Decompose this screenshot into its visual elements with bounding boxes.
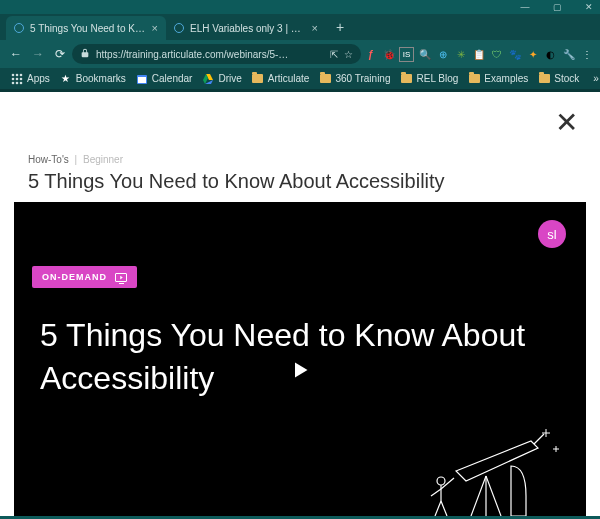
ext-icon[interactable]: ✦ — [525, 47, 540, 62]
folder-icon — [538, 73, 550, 85]
svg-point-18 — [437, 477, 445, 485]
svg-point-0 — [12, 73, 15, 76]
svg-rect-10 — [138, 77, 146, 83]
ext-icon[interactable]: 🔍 — [417, 47, 432, 62]
ext-icon[interactable]: 🔧 — [561, 47, 576, 62]
folder-icon — [252, 73, 264, 85]
tab-title: 5 Things You Need to Know Abo… — [30, 23, 146, 34]
bookmark-folder[interactable]: Articulate — [249, 73, 313, 85]
bookmark-label: Stock — [554, 73, 579, 84]
folder-icon — [400, 73, 412, 85]
bookmark-label: Examples — [484, 73, 528, 84]
breadcrumb-item[interactable]: How-To's — [28, 154, 69, 165]
svg-point-4 — [16, 77, 19, 80]
browser-menu-icon[interactable]: ⋮ — [579, 47, 594, 62]
favicon-icon — [174, 23, 184, 33]
os-title-bar: — ▢ ✕ — [0, 0, 600, 14]
bookmark-apps[interactable]: Apps — [8, 73, 53, 85]
breadcrumb: How-To's | Beginner — [28, 154, 123, 165]
svg-point-5 — [20, 77, 23, 80]
svg-line-14 — [534, 434, 544, 444]
ext-icon[interactable]: ƒ — [363, 47, 378, 62]
nav-reload-button[interactable]: ⟳ — [50, 44, 70, 64]
svg-point-7 — [16, 81, 19, 84]
video-title: 5 Things You Need to Know About Accessib… — [40, 314, 560, 400]
bookmark-folder[interactable]: 360 Training — [316, 73, 393, 85]
svg-point-8 — [20, 81, 23, 84]
page-content: ✕ How-To's | Beginner 5 Things You Need … — [0, 92, 600, 516]
os-minimize[interactable]: — — [518, 0, 532, 14]
share-icon[interactable]: ⇱ — [330, 49, 338, 60]
nav-forward-button[interactable]: → — [28, 44, 48, 64]
bookmark-folder[interactable]: Stock — [535, 73, 582, 85]
telescope-illustration — [416, 426, 566, 516]
drive-icon — [202, 73, 214, 85]
favicon-icon — [14, 23, 24, 33]
badge-label: ON-DEMAND — [42, 272, 107, 282]
ext-icon[interactable]: 📋 — [471, 47, 486, 62]
browser-tab-strip: 5 Things You Need to Know Abo… × ELH Var… — [0, 14, 600, 40]
tab-close-icon[interactable]: × — [152, 22, 158, 34]
folder-icon — [319, 73, 331, 85]
svg-point-1 — [16, 73, 19, 76]
svg-line-16 — [486, 476, 501, 516]
ext-icon[interactable]: 🐞 — [381, 47, 396, 62]
ext-icon[interactable]: 🐾 — [507, 47, 522, 62]
bookmark-drive[interactable]: Drive — [199, 73, 244, 85]
browser-tab[interactable]: ELH Variables only 3 | Review 360 × — [166, 16, 326, 40]
os-maximize[interactable]: ▢ — [550, 0, 564, 14]
svg-line-15 — [471, 476, 486, 516]
bookmark-label: Bookmarks — [76, 73, 126, 84]
svg-line-20 — [441, 478, 454, 489]
svg-point-6 — [12, 81, 15, 84]
bookmark-bookmarks[interactable]: ★ Bookmarks — [57, 73, 129, 85]
bookmark-calendar[interactable]: Calendar — [133, 73, 196, 85]
sl-badge: sl — [538, 220, 566, 248]
svg-line-22 — [435, 501, 441, 516]
bookmark-label: Articulate — [268, 73, 310, 84]
bookmark-overflow[interactable]: » — [590, 73, 600, 84]
tab-title: ELH Variables only 3 | Review 360 — [190, 23, 306, 34]
on-demand-badge: ON-DEMAND — [32, 266, 137, 288]
bookmark-label: Apps — [27, 73, 50, 84]
breadcrumb-item[interactable]: Beginner — [83, 154, 123, 165]
browser-toolbar: ← → ⟳ https://training.articulate.com/we… — [0, 40, 600, 68]
svg-point-3 — [12, 77, 15, 80]
browser-tab-active[interactable]: 5 Things You Need to Know Abo… × — [6, 16, 166, 40]
svg-line-23 — [441, 501, 447, 516]
bookmark-folder[interactable]: Examples — [465, 73, 531, 85]
tab-close-icon[interactable]: × — [312, 22, 318, 34]
svg-line-21 — [431, 489, 441, 496]
nav-back-button[interactable]: ← — [6, 44, 26, 64]
ext-icon[interactable]: 🛡 — [489, 47, 504, 62]
screen-icon — [115, 273, 127, 282]
address-bar[interactable]: https://training.articulate.com/webinars… — [72, 44, 361, 64]
star-icon: ★ — [60, 73, 72, 85]
bookmark-folder[interactable]: REL Blog — [397, 73, 461, 85]
url-text: https://training.articulate.com/webinars… — [96, 49, 324, 60]
bookmarks-bar: Apps ★ Bookmarks Calendar Drive Articula… — [0, 68, 600, 92]
page-title: 5 Things You Need to Know About Accessib… — [28, 170, 445, 193]
folder-icon — [468, 73, 480, 85]
modal-close-button[interactable]: ✕ — [555, 106, 578, 139]
play-button[interactable] — [290, 360, 310, 384]
bookmark-star-icon[interactable]: ☆ — [344, 49, 353, 60]
ext-icon[interactable]: ◐ — [543, 47, 558, 62]
ext-icon[interactable]: IS — [399, 47, 414, 62]
new-tab-button[interactable]: + — [326, 19, 354, 35]
os-close[interactable]: ✕ — [582, 0, 596, 14]
bookmark-label: 360 Training — [335, 73, 390, 84]
calendar-icon — [136, 73, 148, 85]
extensions-row: ƒ 🐞 IS 🔍 ⊕ ✳ 📋 🛡 🐾 ✦ ◐ 🔧 ⋮ — [363, 47, 594, 62]
bookmark-label: Drive — [218, 73, 241, 84]
apps-icon — [11, 73, 23, 85]
ext-icon[interactable]: ✳ — [453, 47, 468, 62]
bookmark-label: Calendar — [152, 73, 193, 84]
lock-icon — [80, 48, 90, 60]
bookmark-label: REL Blog — [416, 73, 458, 84]
video-player[interactable]: sl ON-DEMAND 5 Things You Need to Know A… — [14, 202, 586, 516]
ext-icon[interactable]: ⊕ — [435, 47, 450, 62]
svg-point-2 — [20, 73, 23, 76]
